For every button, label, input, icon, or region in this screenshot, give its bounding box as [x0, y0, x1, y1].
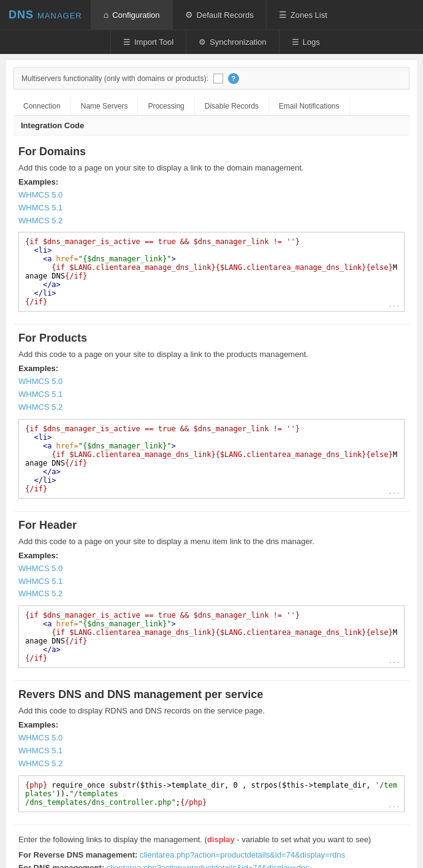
- header-whmcs50-link[interactable]: WHMCS 5.0: [18, 563, 405, 575]
- section-domains: For Domains Add this code to a page on y…: [13, 145, 410, 325]
- sub-tabs: Connection Name Servers Processing Disab…: [13, 97, 410, 116]
- home-icon: ⌂: [104, 10, 109, 20]
- section-products: For Products Add this code to a page on …: [13, 332, 410, 511]
- rdns-link-row: For Reverse DNS management: clientarea.p…: [18, 850, 405, 859]
- nav-logs[interactable]: ☰ Logs: [279, 30, 332, 54]
- header-examples-label: Examples:: [18, 551, 405, 560]
- brand-manager: MANAGER: [37, 11, 82, 20]
- rdns-examples-label: Examples:: [18, 720, 405, 729]
- nav-default-records-label: Default Records: [197, 10, 254, 20]
- display-keyword: display: [207, 835, 235, 844]
- header-code-block: {if $dns_manager_is_active == true && $d…: [18, 605, 405, 668]
- section-rdns-desc: Add this code to display RDNS and DNS re…: [18, 706, 405, 715]
- section-rdns: Revers DNS and DNS management per servic…: [13, 688, 410, 824]
- active-tab-label: Integration Code: [13, 116, 410, 136]
- multiserver-checkbox[interactable]: [213, 74, 223, 83]
- rdns-link-url: clientarea.php?action=productdetails&id=…: [140, 850, 345, 859]
- domains-examples-label: Examples:: [18, 177, 405, 186]
- header-whmcs51-link[interactable]: WHMCS 5.1: [18, 575, 405, 588]
- rdns-whmcs51-link[interactable]: WHMCS 5.1: [18, 745, 405, 758]
- rdns-whmcs50-link[interactable]: WHMCS 5.0: [18, 732, 405, 745]
- logs-icon: ☰: [292, 37, 299, 47]
- rdns-code-block: {php} require_once substr($this->templat…: [18, 775, 405, 812]
- main-content: Multiservers functionality (only with do…: [6, 60, 417, 868]
- header-whmcs52-link[interactable]: WHMCS 5.2: [18, 588, 405, 601]
- tab-name-servers[interactable]: Name Servers: [71, 97, 139, 115]
- nav-configuration-label: Configuration: [112, 10, 159, 20]
- dns-link-url: clientarea.php?action=productdetails&id=…: [107, 863, 310, 868]
- tab-connection[interactable]: Connection: [13, 97, 71, 115]
- top-navigation: DNS MANAGER ⌂ Configuration ⚙ Default Re…: [0, 0, 423, 54]
- sliders-icon: ⚙: [185, 10, 193, 20]
- nav-zones-list[interactable]: ☰ Zones List: [266, 0, 340, 29]
- section-domains-desc: Add this code to a page on your site to …: [18, 163, 405, 172]
- domains-whmcs51-link[interactable]: WHMCS 5.1: [18, 202, 405, 215]
- sync-icon: ⚙: [199, 37, 206, 47]
- tab-disable-records[interactable]: Disable Records: [195, 97, 269, 115]
- brand-dns: DNS: [9, 9, 34, 21]
- section-products-title: For Products: [18, 332, 405, 345]
- rdns-whmcs52-link[interactable]: WHMCS 5.2: [18, 758, 405, 770]
- nav-zones-list-label: Zones List: [291, 10, 327, 20]
- nav-row-secondary: ☰ Import Tool ⚙ Synchronization ☰ Logs: [0, 29, 423, 54]
- nav-import-tool[interactable]: ☰ Import Tool: [110, 30, 186, 54]
- section-rdns-title: Revers DNS and DNS management per servic…: [18, 688, 405, 701]
- brand-logo: DNS MANAGER: [0, 2, 91, 28]
- products-whmcs50-link[interactable]: WHMCS 5.0: [18, 375, 405, 388]
- nav-synchronization-label: Synchronization: [210, 37, 267, 47]
- products-examples-label: Examples:: [18, 364, 405, 373]
- rdns-link-label: For Reverse DNS management:: [18, 850, 137, 859]
- info-section: Enter the following links to display the…: [13, 830, 410, 868]
- info-text: Enter the following links to display the…: [18, 835, 405, 844]
- dns-link-row: For DNS management: clientarea.php?actio…: [18, 863, 405, 868]
- nav-logs-label: Logs: [303, 37, 320, 47]
- section-domains-title: For Domains: [18, 145, 405, 158]
- products-whmcs52-link[interactable]: WHMCS 5.2: [18, 401, 405, 414]
- products-code-block: {if $dns_manager_is_active == true && $d…: [18, 419, 405, 499]
- nav-import-tool-label: Import Tool: [134, 37, 173, 47]
- section-header-title: For Header: [18, 519, 405, 532]
- multiserver-label: Multiservers functionality (only with do…: [21, 74, 208, 83]
- dns-link-label: For DNS management:: [18, 863, 104, 868]
- list-icon: ☰: [279, 10, 287, 20]
- section-header-desc: Add this code to a page on your site to …: [18, 537, 405, 546]
- domains-code-block: {if $dns_manager_is_active == true && $d…: [18, 232, 405, 312]
- section-products-desc: Add this code to a page on your site to …: [18, 350, 405, 359]
- domains-whmcs52-link[interactable]: WHMCS 5.2: [18, 215, 405, 228]
- section-header: For Header Add this code to a page on yo…: [13, 519, 410, 681]
- import-icon: ☰: [123, 37, 131, 47]
- nav-default-records[interactable]: ⚙ Default Records: [172, 0, 266, 29]
- nav-configuration[interactable]: ⌂ Configuration: [91, 0, 172, 29]
- multiserver-bar: Multiservers functionality (only with do…: [13, 67, 410, 90]
- nav-row-primary: DNS MANAGER ⌂ Configuration ⚙ Default Re…: [0, 0, 423, 29]
- tab-processing[interactable]: Processing: [138, 97, 194, 115]
- domains-whmcs50-link[interactable]: WHMCS 5.0: [18, 189, 405, 202]
- tab-email-notifications[interactable]: Email Notifications: [269, 97, 350, 115]
- products-whmcs51-link[interactable]: WHMCS 5.1: [18, 388, 405, 401]
- help-icon[interactable]: ?: [228, 73, 239, 84]
- nav-synchronization[interactable]: ⚙ Synchronization: [186, 30, 279, 54]
